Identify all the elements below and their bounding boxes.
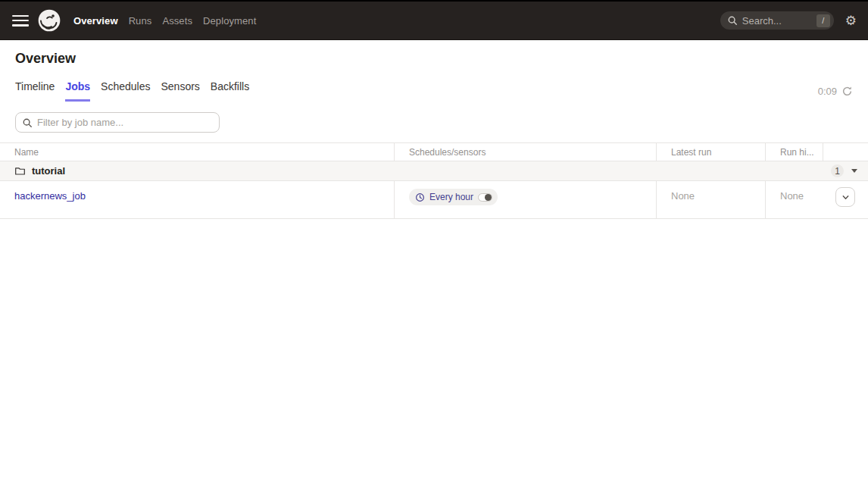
clock-icon: [415, 192, 425, 202]
schedule-chip[interactable]: Every hour: [409, 189, 498, 205]
filter-search-icon: [22, 117, 33, 128]
menu-icon[interactable]: [12, 15, 29, 27]
table-row-hackernews-job: hackernews_job Every hour None None: [0, 181, 868, 219]
cell-schedules: Every hour: [394, 181, 656, 218]
main-nav: Overview Runs Assets Deployment: [73, 15, 256, 27]
cell-actions: [823, 181, 868, 218]
column-header-run-history: Run hi...: [765, 143, 823, 161]
collapse-caret-icon[interactable]: [851, 169, 857, 173]
refresh-area: 0:09: [818, 86, 853, 102]
nav-item-overview[interactable]: Overview: [73, 15, 118, 27]
gear-icon[interactable]: ⚙: [845, 14, 857, 27]
latest-run-value: None: [671, 190, 695, 202]
job-count-badge: 1: [831, 164, 844, 177]
search-placeholder: Search...: [742, 15, 782, 27]
schedule-chip-label: Every hour: [429, 192, 473, 202]
column-header-actions: [823, 143, 868, 161]
tab-sensors[interactable]: Sensors: [161, 80, 199, 102]
cell-latest-run: None: [656, 181, 765, 218]
tabs-row: Timeline Jobs Schedules Sensors Backfill…: [15, 80, 853, 102]
job-filter-field: [15, 112, 220, 133]
filter-row: [15, 112, 853, 133]
topbar: Overview Runs Assets Deployment Search..…: [0, 2, 868, 40]
nav-item-runs[interactable]: Runs: [129, 15, 152, 27]
refresh-icon[interactable]: [841, 86, 853, 97]
nav-item-assets[interactable]: Assets: [162, 15, 192, 27]
schedule-toggle[interactable]: [478, 193, 492, 202]
column-header-latest-run: Latest run: [656, 143, 765, 161]
topbar-right: Search... / ⚙: [720, 11, 857, 30]
run-history-value: None: [780, 190, 804, 202]
chevron-down-icon: [841, 193, 850, 202]
dagster-logo-icon[interactable]: [36, 8, 62, 33]
page-title: Overview: [15, 40, 853, 74]
column-header-name: Name: [0, 143, 394, 161]
group-name: tutorial: [32, 165, 65, 177]
nav-item-deployment[interactable]: Deployment: [203, 15, 256, 27]
search-icon: [727, 15, 738, 26]
tab-backfills[interactable]: Backfills: [211, 80, 249, 102]
overview-tabs: Timeline Jobs Schedules Sensors Backfill…: [15, 80, 249, 102]
column-header-schedules: Schedules/sensors: [394, 143, 656, 161]
tab-jobs[interactable]: Jobs: [65, 80, 90, 102]
search-shortcut-badge: /: [816, 14, 830, 27]
job-filter-input[interactable]: [37, 117, 213, 128]
table-header-row: Name Schedules/sensors Latest run Run hi…: [0, 142, 868, 161]
row-actions-button[interactable]: [835, 187, 855, 207]
jobs-table: Name Schedules/sensors Latest run Run hi…: [0, 142, 868, 219]
cell-job-name: hackernews_job: [0, 181, 394, 218]
refresh-countdown: 0:09: [818, 86, 837, 97]
group-row-right: 1: [831, 164, 857, 177]
job-link[interactable]: hackernews_job: [14, 190, 86, 202]
global-search-input[interactable]: Search... /: [720, 11, 834, 30]
group-row-tutorial[interactable]: tutorial 1: [0, 161, 868, 181]
cell-run-history: None: [765, 181, 823, 218]
tab-schedules[interactable]: Schedules: [101, 80, 150, 102]
folder-icon: [14, 165, 26, 177]
tab-timeline[interactable]: Timeline: [15, 80, 55, 102]
